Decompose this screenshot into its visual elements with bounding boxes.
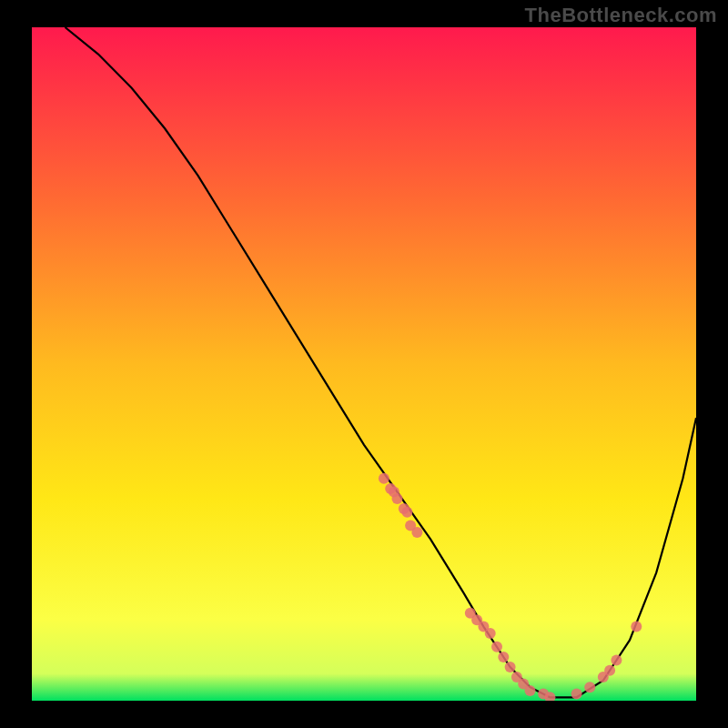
scatter-point xyxy=(498,652,509,662)
scatter-point xyxy=(505,662,516,672)
scatter-point xyxy=(584,682,595,693)
scatter-point xyxy=(401,507,412,518)
scatter-point xyxy=(485,628,496,639)
scatter-point xyxy=(411,527,422,538)
scatter-point xyxy=(379,473,389,484)
scatter-point xyxy=(525,685,536,696)
plot-area xyxy=(32,27,696,701)
scatter-point xyxy=(571,689,582,700)
scatter-point xyxy=(604,665,615,676)
scatter-point xyxy=(491,642,502,652)
chart-frame: TheBottleneck.com xyxy=(0,0,728,728)
chart-svg xyxy=(32,27,696,701)
scatter-point xyxy=(611,655,622,666)
scatter-point xyxy=(631,622,642,632)
scatter-point xyxy=(392,493,403,504)
gradient-background xyxy=(32,27,696,701)
watermark-text: TheBottleneck.com xyxy=(525,4,717,27)
